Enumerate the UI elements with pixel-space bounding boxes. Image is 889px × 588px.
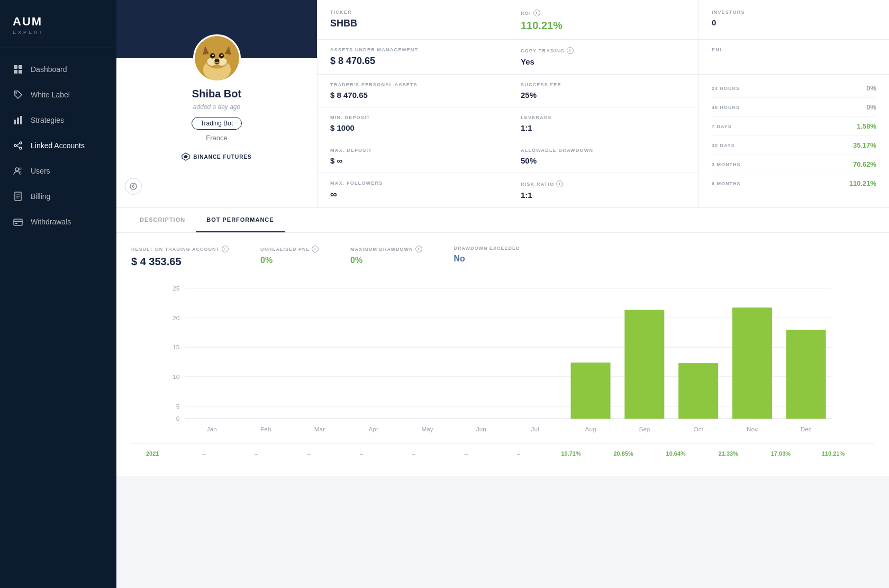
year-row: 2021 – – – – – – – 10.71% 20.85% 10.64% … (131, 444, 874, 463)
back-button[interactable] (125, 178, 142, 195)
tag-icon (13, 89, 23, 100)
logo-area: AUM EXPERT (0, 0, 116, 48)
drawdown-exceeded-value: No (454, 254, 520, 264)
month-mar: – (283, 450, 335, 457)
investors-label: INVESTORS (712, 10, 876, 15)
risk-ratio-value: 1:1 (521, 191, 686, 200)
svg-rect-1 (19, 65, 22, 69)
logo-text: AUM (13, 15, 104, 29)
grid-icon (13, 64, 23, 75)
month-total: 110.21% (807, 450, 859, 457)
bar-chart: 25 20 15 10 5 0 Jan Feb Mar Apr May (131, 283, 874, 441)
traders-label: TRADER'S PERSONAL ASSETS (330, 82, 495, 87)
risk-info-icon[interactable]: i (556, 180, 563, 187)
svg-text:Feb: Feb (260, 426, 271, 432)
stats-left-col: TRADER'S PERSONAL ASSETS $ 8 470.65 MIN.… (318, 75, 508, 207)
unrealised-info-icon[interactable]: i (312, 246, 319, 252)
stat-success-fee: SUCCESS FEE 25% (508, 75, 698, 107)
bot-exchange: BINANCE FUTURES (129, 152, 304, 161)
sidebar-item-users[interactable]: Users (0, 158, 116, 184)
stat-max-followers: MAX. FOLLOWERS ∞ (318, 173, 508, 207)
stat-traders-assets: TRADER'S PERSONAL ASSETS $ 8 470.65 (318, 75, 508, 107)
bar-aug (571, 363, 611, 419)
min-deposit-value: $ 1000 (330, 123, 495, 132)
tab-description[interactable]: DESCRIPTION (129, 208, 196, 232)
svg-text:Dec: Dec (801, 426, 812, 432)
sidebar-item-withdrawals[interactable]: Withdrawals (0, 209, 116, 234)
bot-type-badge: Trading Bot (192, 117, 242, 130)
max-deposit-label: MAX. DEPOSIT (330, 148, 495, 153)
svg-point-10 (14, 144, 16, 147)
pnl-rows: 24 HOURS 0% 48 HOURS 0% 7 DAYS 1.58% 30 … (698, 75, 889, 207)
credit-card-icon (13, 216, 23, 227)
main-content: Shiba Bot added a day ago Trading Bot Fr… (116, 0, 889, 588)
svg-text:Oct: Oct (693, 426, 703, 432)
svg-text:Sep: Sep (639, 426, 650, 432)
stat-max-deposit: MAX. DEPOSIT $ ∞ (318, 140, 508, 173)
share-icon (13, 140, 23, 151)
risk-ratio-label: RISK RATIO i (521, 180, 686, 187)
svg-point-29 (214, 59, 219, 62)
svg-text:May: May (421, 426, 433, 432)
svg-text:0: 0 (176, 415, 180, 422)
copy-info-icon[interactable]: i (567, 47, 574, 54)
svg-rect-2 (14, 70, 17, 74)
success-fee-value: 25% (521, 91, 686, 99)
top-section: Shiba Bot added a day ago Trading Bot Fr… (116, 0, 889, 208)
sidebar-item-strategies[interactable]: Strategies (0, 107, 116, 133)
unrealised-metric: UNREALISED PNL i 0% (260, 246, 319, 268)
leverage-label: LEVERAGE (521, 115, 686, 120)
users-icon (13, 166, 23, 176)
month-jul: – (492, 450, 545, 457)
stat-roi: ROI i 110.21% (508, 0, 698, 39)
svg-text:Nov: Nov (747, 426, 758, 432)
svg-marker-31 (184, 155, 187, 158)
drawdown-exceeded-metric: DRAWDOWN EXCEEDED No (454, 246, 520, 268)
perf-metrics: RESULT ON TRADING ACCOUNT i $ 4 353.65 U… (131, 246, 874, 268)
stat-leverage: LEVERAGE 1:1 (508, 107, 698, 140)
avatar (193, 34, 241, 82)
sidebar-item-white-label[interactable]: White Label (0, 82, 116, 107)
svg-rect-0 (14, 65, 17, 69)
max-drawdown-info-icon[interactable]: i (415, 246, 422, 252)
pnl-row-7d: 7 DAYS 1.58% (712, 117, 876, 136)
result-value: $ 4 353.65 (131, 256, 229, 268)
month-sep: 20.85% (597, 450, 650, 457)
sidebar-item-billing[interactable]: Billing (0, 184, 116, 209)
svg-rect-3 (19, 70, 22, 74)
sidebar: AUM EXPERT Dashboard White Labe (0, 0, 116, 588)
svg-point-9 (20, 147, 22, 149)
ticker-value: SHBB (330, 18, 495, 29)
performance-section: RESULT ON TRADING ACCOUNT i $ 4 353.65 U… (116, 233, 889, 476)
tabs-section: DESCRIPTION BOT PERFORMANCE (116, 208, 889, 233)
drawdown-exceeded-label: DRAWDOWN EXCEEDED (454, 246, 520, 251)
year-label: 2021 (146, 450, 178, 457)
month-dec: 17.03% (755, 450, 807, 457)
sidebar-item-label: Dashboard (31, 65, 67, 74)
pnl-row-6m: 6 MONTHS 110.21% (712, 174, 876, 193)
svg-point-4 (15, 92, 17, 94)
stats-panel: TICKER SHBB ROI i 110.21% INVESTORS 0 (318, 0, 889, 207)
stat-allowable-drawdown: ALLOWABLE DRAWDOWN 50% (508, 140, 698, 173)
sidebar-item-dashboard[interactable]: Dashboard (0, 57, 116, 82)
bar-nov (732, 307, 772, 419)
pnl-row-24h: 24 HOURS 0% (712, 79, 876, 98)
pnl-row-3m: 3 MONTHS 70.62% (712, 155, 876, 174)
month-feb: – (230, 450, 283, 457)
stats-row-3: TRADER'S PERSONAL ASSETS $ 8 470.65 MIN.… (318, 75, 889, 207)
tab-bot-performance[interactable]: BOT PERFORMANCE (196, 208, 284, 232)
allowable-drawdown-value: 50% (521, 156, 686, 165)
stats-mid-col: SUCCESS FEE 25% LEVERAGE 1:1 ALLOWABLE D… (508, 75, 698, 207)
svg-text:Aug: Aug (585, 426, 596, 432)
sidebar-item-label: Linked Accounts (31, 141, 85, 150)
bot-name: Shiba Bot (129, 88, 304, 100)
roi-info-icon[interactable]: i (533, 10, 540, 16)
result-info-icon[interactable]: i (222, 246, 229, 252)
unrealised-value: 0% (260, 256, 319, 265)
pnl-row-48h: 48 HOURS 0% (712, 98, 876, 117)
sidebar-item-linked-accounts[interactable]: Linked Accounts (0, 133, 116, 158)
bot-country: France (129, 134, 304, 142)
leverage-value: 1:1 (521, 123, 686, 132)
bot-card: Shiba Bot added a day ago Trading Bot Fr… (116, 0, 318, 207)
sidebar-item-label: White Label (31, 91, 70, 99)
